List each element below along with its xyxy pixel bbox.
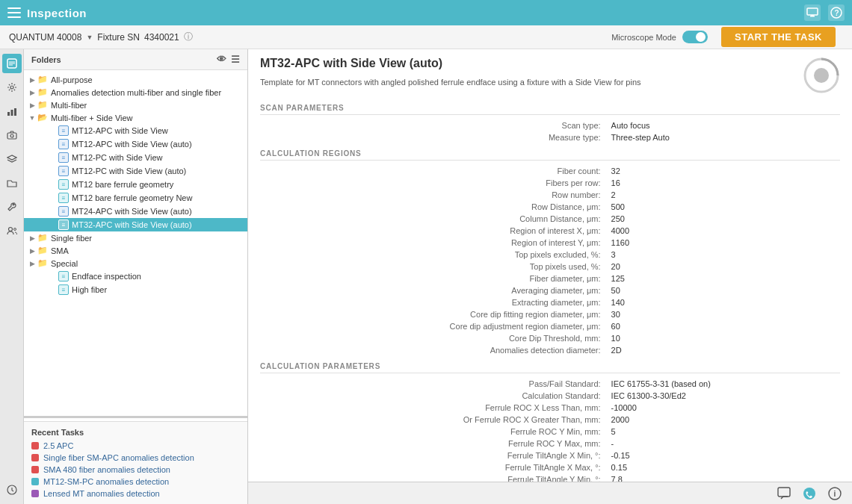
sidebar-layers-icon[interactable] bbox=[2, 149, 22, 169]
tree-item-label: Special bbox=[51, 259, 78, 268]
tree-item-singlefiber[interactable]: ▶ 📁 Single fiber bbox=[24, 231, 247, 244]
tree-item-highfiber[interactable]: ≡ High fiber bbox=[24, 283, 247, 296]
tree-item-all-purpose[interactable]: ▶ 📁 All-purpose bbox=[24, 73, 247, 86]
second-bar: QUANTUM 40008 ▼ Fixture SN 4340021 ⓘ Mic… bbox=[0, 25, 852, 49]
sidebar-clock-icon[interactable] bbox=[2, 480, 22, 500]
tree-item-multifiber[interactable]: ▶ 📁 Multi-fiber bbox=[24, 99, 247, 111]
tree-item-label: Anomalies detection multi-fiber and sing… bbox=[51, 88, 221, 97]
start-task-button[interactable]: START THE TASK bbox=[721, 27, 836, 47]
table-row: Anomalies detection diameter:2D bbox=[260, 344, 840, 356]
sidebar-chart-icon[interactable] bbox=[2, 102, 22, 121]
param-label: Row number: bbox=[260, 189, 608, 201]
tree-item-mt32-apc[interactable]: ≡ MT32-APC with Side View (auto) bbox=[24, 218, 247, 231]
tree-item-multifiber-sideview[interactable]: ▼ 📂 Multi-fiber + Side View bbox=[24, 111, 247, 124]
main-layout: Folders 👁 ☰ ▶ 📁 All-purpose ▶ 📁 Anomalie… bbox=[0, 49, 852, 504]
phone-icon[interactable] bbox=[801, 485, 818, 502]
microscope-mode: Microscope Mode START THE TASK bbox=[611, 22, 843, 52]
microscope-mode-toggle[interactable] bbox=[682, 31, 708, 43]
svg-text:i: i bbox=[834, 490, 836, 498]
table-row: Pass/Fail Standard:IEC 61755-3-31 (based… bbox=[260, 378, 840, 390]
svg-rect-9 bbox=[14, 108, 16, 116]
param-value: 2000 bbox=[608, 414, 840, 426]
scan-parameters-table: Scan type: Auto focus Measure type: Thre… bbox=[260, 119, 840, 143]
fixture-info-icon[interactable]: ⓘ bbox=[184, 31, 193, 43]
tree-item-mt24-apc[interactable]: ≡ MT24-APC with Side View (auto) bbox=[24, 205, 247, 218]
table-row: Core Dip Threshold, mm:10 bbox=[260, 332, 840, 344]
monitor-icon[interactable] bbox=[804, 4, 821, 21]
calc-regions-table: Fiber count:32 Fibers per row:16 Row num… bbox=[260, 165, 840, 356]
file-icon: ≡ bbox=[58, 179, 69, 190]
param-label: Region of interest Y, μm: bbox=[260, 237, 608, 249]
tree-item-mt12-bare-geom-new[interactable]: ≡ MT12 bare ferrule geometry New bbox=[24, 191, 247, 205]
tree-item-label: MT12 bare ferrule geometry New bbox=[72, 193, 192, 202]
param-label: Top pixels used, %: bbox=[260, 261, 608, 273]
svg-point-12 bbox=[8, 228, 12, 231]
sidebar-tool-icon[interactable] bbox=[2, 197, 22, 217]
file-icon: ≡ bbox=[58, 166, 69, 176]
recent-task-item[interactable]: 2.5 APC bbox=[24, 440, 247, 452]
recent-task-item[interactable]: MT12-SM-PC anomalies detection bbox=[24, 476, 247, 488]
sidebar-camera-icon[interactable] bbox=[2, 125, 22, 145]
tree-item-special[interactable]: ▶ 📁 Special bbox=[24, 257, 247, 270]
sidebar-folder-icon[interactable] bbox=[2, 173, 22, 193]
sidebar-users-icon[interactable] bbox=[2, 221, 22, 240]
device-dropdown-icon[interactable]: ▼ bbox=[86, 34, 93, 41]
tree-item-mt12-pc[interactable]: ≡ MT12-PC with Side View bbox=[24, 151, 247, 164]
param-label: Fiber diameter, μm: bbox=[260, 273, 608, 284]
table-row: Top pixels excluded, %:3 bbox=[260, 249, 840, 261]
param-value: 4000 bbox=[608, 225, 840, 237]
table-row: Ferrule TiltAngle X Min, °:-0.15 bbox=[260, 449, 840, 461]
param-value: IEC 61755-3-31 (based on) bbox=[608, 378, 840, 390]
info-circle-icon[interactable]: i bbox=[827, 485, 843, 502]
svg-text:?: ? bbox=[835, 9, 839, 17]
tree-item-label: MT12-PC with Side View (auto) bbox=[72, 167, 186, 175]
folders-panel: Folders 👁 ☰ ▶ 📁 All-purpose ▶ 📁 Anomalie… bbox=[24, 49, 248, 504]
detail-description: Template for MT connectors with angled p… bbox=[260, 76, 794, 89]
folders-tree[interactable]: ▶ 📁 All-purpose ▶ 📁 Anomalies detection … bbox=[24, 70, 247, 413]
param-label: Measure type: bbox=[260, 131, 608, 143]
menu-icon[interactable] bbox=[7, 7, 21, 18]
param-label: Ferrule ROC X Less Than, mm: bbox=[260, 402, 608, 414]
sidebar-home-icon[interactable] bbox=[2, 54, 22, 73]
svg-rect-17 bbox=[778, 488, 790, 497]
tree-item-mt12-apc[interactable]: ≡ MT12-APC with Side View bbox=[24, 124, 247, 137]
app-title: Inspection bbox=[27, 7, 87, 19]
tree-item-anomalies[interactable]: ▶ 📁 Anomalies detection multi-fiber and … bbox=[24, 86, 247, 99]
svg-point-13 bbox=[13, 228, 16, 231]
tree-item-label: MT12 bare ferrule geometry bbox=[72, 180, 173, 189]
bottom-bar: i bbox=[248, 482, 852, 504]
recent-task-item[interactable]: Single fiber SM-APC anomalies detection bbox=[24, 452, 247, 464]
recent-task-item[interactable]: SMA 480 fiber anomalies detection bbox=[24, 464, 247, 476]
panel-divider[interactable] bbox=[24, 416, 247, 418]
param-value: 30 bbox=[608, 308, 840, 320]
table-row: Extracting diameter, μm:140 bbox=[260, 296, 840, 308]
tree-item-mt12-bare-geom[interactable]: ≡ MT12 bare ferrule geometry bbox=[24, 178, 247, 191]
tree-arrow: ▶ bbox=[27, 260, 37, 267]
table-row: Ferrule TiltAngle X Max, °:0.15 bbox=[260, 461, 840, 473]
recent-task-label: Single fiber SM-APC anomalies detection bbox=[43, 453, 194, 462]
folder-icon: 📁 bbox=[37, 233, 48, 243]
table-row: Fiber count:32 bbox=[260, 165, 840, 177]
param-value: Auto focus bbox=[608, 119, 840, 131]
table-row: Row number:2 bbox=[260, 189, 840, 201]
tree-item-mt12-pc-auto[interactable]: ≡ MT12-PC with Side View (auto) bbox=[24, 164, 247, 178]
table-row: Fibers per row:16 bbox=[260, 177, 840, 189]
param-value: 0.15 bbox=[608, 461, 840, 473]
help-icon[interactable]: ? bbox=[828, 4, 845, 21]
recent-task-item[interactable]: Lensed MT anomalies detection bbox=[24, 488, 247, 500]
tree-item-sma[interactable]: ▶ 📁 SMA bbox=[24, 244, 247, 257]
content-scroll[interactable]: MT32-APC with Side View (auto) Template … bbox=[248, 49, 852, 482]
param-value: 20 bbox=[608, 261, 840, 273]
tree-item-endface[interactable]: ≡ Endface inspection bbox=[24, 270, 247, 283]
param-label: Ferrule TiltAngle X Max, °: bbox=[260, 461, 608, 473]
param-value: Three-step Auto bbox=[608, 131, 840, 143]
menu-list-icon[interactable]: ☰ bbox=[231, 54, 240, 65]
chat-icon[interactable] bbox=[776, 485, 792, 502]
folders-header: Folders 👁 ☰ bbox=[24, 49, 247, 70]
tree-item-mt12-apc-auto[interactable]: ≡ MT12-APC with Side View (auto) bbox=[24, 137, 247, 151]
folder-icon: 📁 bbox=[37, 258, 48, 268]
sidebar-settings-icon[interactable] bbox=[2, 78, 22, 97]
table-row: Core dip fitting region diameter, μm:30 bbox=[260, 308, 840, 320]
eye-icon[interactable]: 👁 bbox=[217, 54, 226, 65]
folder-icon: 📁 bbox=[37, 100, 48, 110]
